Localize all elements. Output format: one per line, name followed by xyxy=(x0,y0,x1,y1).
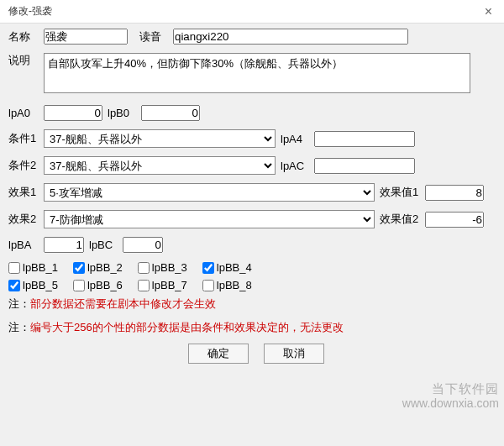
lpBB_2-checkbox[interactable] xyxy=(73,262,85,274)
lpA0-label: lpA0 xyxy=(8,107,39,119)
cond1-select[interactable]: 37-舰船、兵器以外 xyxy=(44,129,276,148)
lpBB_4-checkbox[interactable] xyxy=(202,262,214,274)
lpBC-input[interactable] xyxy=(123,237,163,253)
effv2-label: 效果值2 xyxy=(380,212,420,227)
lpBB_2-label: lpBB_2 xyxy=(87,261,123,274)
lpBB_1-checkbox[interactable] xyxy=(8,262,20,274)
cancel-button[interactable]: 取消 xyxy=(264,344,324,364)
name-input[interactable] xyxy=(44,29,128,45)
watermark: 当下软件园 www.downxia.com xyxy=(402,381,499,411)
note-2: 注：编号大于256的个性的部分数据是由条件和效果决定的，无法更改 xyxy=(8,320,504,335)
lpBB_7-checkbox[interactable] xyxy=(138,280,150,291)
ok-button[interactable]: 确定 xyxy=(188,344,249,364)
eff2-label: 效果2 xyxy=(8,212,39,227)
desc-label: 说明 xyxy=(8,53,39,68)
lpAC-label: lpAC xyxy=(281,160,309,172)
desc-input[interactable] xyxy=(44,53,470,93)
name-label: 名称 xyxy=(8,29,39,45)
cond2-label: 条件2 xyxy=(8,158,39,173)
lpB0-label: lpB0 xyxy=(108,107,136,119)
effv2-input[interactable] xyxy=(425,212,484,228)
lpBB_3-label: lpBB_3 xyxy=(152,261,187,274)
lpBB_6-label: lpBB_6 xyxy=(87,279,123,291)
watermark-line1: 当下软件园 xyxy=(402,381,499,396)
cond1-label: 条件1 xyxy=(8,131,39,146)
lpBB_1-label: lpBB_1 xyxy=(23,261,58,274)
lpBB_8-checkbox[interactable] xyxy=(202,280,214,291)
yomi-input[interactable] xyxy=(173,29,408,45)
lpBB_8-label: lpBB_8 xyxy=(217,279,252,291)
lpBB_4-label: lpBB_4 xyxy=(217,261,252,274)
lpBA-input[interactable] xyxy=(44,237,84,253)
eff2-select[interactable]: 7-防御增减 xyxy=(44,210,375,228)
lpA4-label: lpA4 xyxy=(281,133,309,145)
effv1-input[interactable] xyxy=(425,185,484,201)
note-1: 注：部分数据还需要在剧本中修改才会生效 xyxy=(8,296,504,312)
lpBB_6-checkbox[interactable] xyxy=(73,280,85,291)
watermark-line2: www.downxia.com xyxy=(402,396,499,411)
lpBB_5-label: lpBB_5 xyxy=(23,279,58,291)
lpA4-input[interactable] xyxy=(314,131,415,147)
lpAC-input[interactable] xyxy=(314,158,415,174)
cond2-select[interactable]: 37-舰船、兵器以外 xyxy=(44,156,276,175)
lpBB_5-checkbox[interactable] xyxy=(8,280,20,291)
effv1-label: 效果值1 xyxy=(380,185,420,200)
lpA0-input[interactable] xyxy=(44,105,102,121)
eff1-label: 效果1 xyxy=(8,185,39,200)
lpB0-input[interactable] xyxy=(141,105,200,121)
form-content: 名称 读音 说明 lpA0 lpB0 条件1 37-舰船、兵器以外 lpA4 条… xyxy=(0,24,504,364)
close-icon[interactable]: × xyxy=(480,4,497,19)
lpBB_3-checkbox[interactable] xyxy=(138,262,150,274)
lpBB_7-label: lpBB_7 xyxy=(152,279,187,291)
eff1-select[interactable]: 5·攻军增减 xyxy=(44,183,375,202)
yomi-label: 读音 xyxy=(139,29,168,45)
window-title: 修改-强袭 xyxy=(8,4,52,18)
titlebar: 修改-强袭 × xyxy=(0,0,504,24)
lpBA-label: lpBA xyxy=(8,239,39,251)
lpBC-label: lpBC xyxy=(89,239,118,251)
